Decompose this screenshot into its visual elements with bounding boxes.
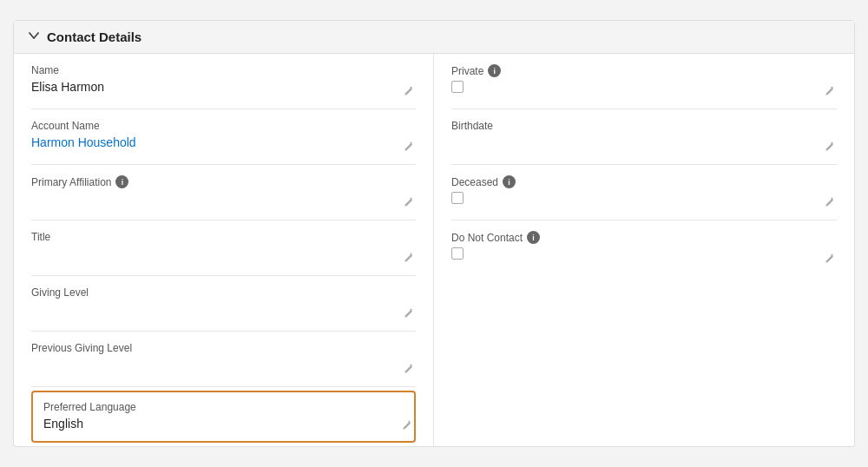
- field-name: Name Elisa Harmon: [31, 54, 416, 109]
- field-private: Private i: [451, 54, 837, 109]
- deceased-checkbox[interactable]: [451, 192, 464, 204]
- field-birthdate: Birthdate: [451, 109, 837, 165]
- card-header: Contact Details: [14, 21, 854, 54]
- right-column: Private i Birthdate: [434, 54, 854, 446]
- field-previous-giving-level-value: [31, 358, 416, 375]
- field-name-value: Elisa Harmon: [31, 80, 416, 97]
- field-account-name-edit-icon[interactable]: [403, 141, 414, 155]
- private-info-icon[interactable]: i: [488, 64, 501, 77]
- field-private-value: [451, 81, 837, 93]
- field-do-not-contact-label: Do Not Contact i: [451, 231, 837, 244]
- private-checkbox[interactable]: [451, 81, 464, 93]
- field-title-edit-icon[interactable]: [403, 253, 414, 266]
- field-preferred-language-value: English: [43, 417, 404, 434]
- field-title-label: Title: [31, 231, 416, 243]
- field-deceased-value: [451, 192, 837, 204]
- field-title: Title: [31, 220, 416, 276]
- card-body: Name Elisa Harmon Account Name Harmon Ho…: [14, 54, 854, 446]
- field-giving-level-value: [31, 302, 416, 319]
- field-preferred-language-label: Preferred Language: [43, 401, 404, 413]
- field-primary-affiliation-label: Primary Affiliation i: [31, 175, 416, 188]
- field-previous-giving-level-label: Previous Giving Level: [31, 342, 416, 354]
- field-giving-level-label: Giving Level: [31, 286, 416, 299]
- field-account-name-label: Account Name: [31, 120, 416, 132]
- field-account-name-value[interactable]: Harmon Household: [31, 135, 416, 153]
- field-birthdate-value: [451, 135, 837, 153]
- field-giving-level-edit-icon[interactable]: [403, 308, 414, 322]
- field-primary-affiliation: Primary Affiliation i: [31, 165, 416, 220]
- field-name-label: Name: [31, 64, 416, 76]
- field-primary-affiliation-value: [31, 192, 416, 209]
- field-previous-giving-level-edit-icon[interactable]: [403, 364, 414, 378]
- field-name-edit-icon[interactable]: [403, 86, 414, 100]
- field-private-edit-icon[interactable]: [824, 86, 835, 100]
- field-deceased: Deceased i: [451, 165, 837, 220]
- field-account-name: Account Name Harmon Household: [31, 109, 416, 165]
- chevron-icon[interactable]: [28, 30, 40, 44]
- field-birthdate-edit-icon[interactable]: [824, 141, 835, 155]
- field-primary-affiliation-edit-icon[interactable]: [403, 197, 414, 211]
- field-birthdate-label: Birthdate: [451, 120, 837, 132]
- do-not-contact-info-icon[interactable]: i: [527, 231, 540, 244]
- field-title-value: [31, 247, 416, 264]
- field-private-label: Private i: [451, 64, 837, 77]
- contact-details-card: Contact Details Name Elisa Harmon Accoun…: [13, 20, 855, 447]
- field-giving-level: Giving Level: [31, 276, 416, 332]
- field-preferred-language-edit-icon[interactable]: [401, 420, 412, 434]
- field-preferred-language: Preferred Language English: [31, 391, 416, 443]
- field-do-not-contact-value: [451, 247, 837, 260]
- field-do-not-contact-edit-icon[interactable]: [824, 253, 835, 267]
- card-title: Contact Details: [47, 30, 141, 44]
- do-not-contact-checkbox[interactable]: [451, 247, 464, 260]
- deceased-info-icon[interactable]: i: [503, 175, 516, 188]
- left-column: Name Elisa Harmon Account Name Harmon Ho…: [14, 54, 434, 446]
- field-deceased-label: Deceased i: [451, 175, 837, 188]
- field-deceased-edit-icon[interactable]: [824, 197, 835, 211]
- primary-affiliation-info-icon[interactable]: i: [115, 175, 128, 188]
- field-do-not-contact: Do Not Contact i: [451, 220, 837, 276]
- field-previous-giving-level: Previous Giving Level: [31, 332, 416, 387]
